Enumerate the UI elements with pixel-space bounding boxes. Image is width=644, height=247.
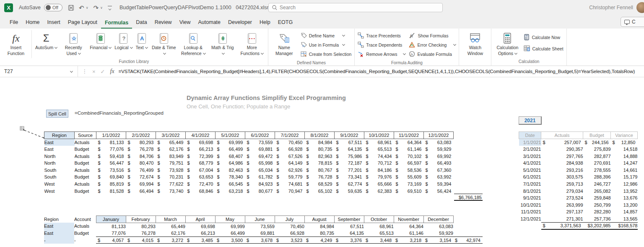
value-cell[interactable]: 65,449 xyxy=(156,223,185,230)
value-cell[interactable]: $84,706 xyxy=(126,152,156,160)
error-checking-button[interactable]: Error Checking xyxy=(409,41,456,49)
value-cell[interactable]: $80,767 xyxy=(305,166,335,173)
trace-precedents-button[interactable]: Trace Precedents xyxy=(358,32,405,39)
search-input[interactable]: Search xyxy=(268,3,443,12)
value-cell[interactable]: $66,928 xyxy=(275,146,305,153)
undo-icon[interactable]: ↶ xyxy=(79,5,84,11)
tab-formulas[interactable]: Formulas xyxy=(101,17,132,29)
value-cell[interactable]: $62,383 xyxy=(364,187,394,194)
account-cell[interactable]: Actuals xyxy=(74,223,96,230)
budget-cell[interactable]: 278,555 xyxy=(583,166,611,173)
name-manager-button[interactable]: Name Manager xyxy=(270,30,299,60)
value-cell[interactable]: $73,740 xyxy=(156,187,186,194)
column-header[interactable]: Region xyxy=(44,216,74,223)
region-cell[interactable]: North xyxy=(44,152,75,160)
value-cell[interactable]: 68,961 xyxy=(364,223,394,230)
tab-page-layout[interactable]: Page Layout xyxy=(64,17,101,29)
value-cell[interactable]: $61,146 xyxy=(394,146,424,153)
region-cell[interactable]: West xyxy=(44,187,75,194)
date-cell[interactable]: 1/1/2021 xyxy=(519,139,541,146)
value-cell[interactable]: $84,186 xyxy=(364,166,394,173)
region-cell[interactable]: East xyxy=(44,230,74,237)
save-icon[interactable] xyxy=(68,5,74,11)
total-cell[interactable]: $3,485 xyxy=(185,236,215,244)
value-cell[interactable]: $80,735 xyxy=(305,146,335,153)
total-cell[interactable]: $3,500 xyxy=(215,236,245,244)
avatar[interactable] xyxy=(636,2,644,13)
watch-window-button[interactable]: Watch Window xyxy=(460,30,490,63)
autosum-button[interactable]: Σ AutoSum xyxy=(34,30,59,58)
value-cell[interactable]: $83,949 xyxy=(156,152,186,160)
value-cell[interactable]: $63,653 xyxy=(186,173,216,181)
value-cell[interactable]: $66,597 xyxy=(394,160,424,167)
name-box-chevron-icon[interactable] xyxy=(70,69,73,72)
value-cell[interactable]: $70,102 xyxy=(394,152,424,160)
column-header[interactable]: Date xyxy=(519,132,541,139)
value-cell[interactable]: $72,674 xyxy=(126,173,156,181)
value-cell[interactable]: 63,083 xyxy=(423,223,453,230)
value-cell[interactable]: $62,926 xyxy=(275,166,305,173)
value-cell[interactable]: $68,779 xyxy=(186,160,216,167)
tab-file[interactable]: File xyxy=(6,17,22,29)
date-time-button[interactable]: Date & Time xyxy=(149,30,179,58)
account-cell[interactable]: - xyxy=(74,236,96,244)
column-header[interactable]: 10/1/2022 xyxy=(364,132,394,139)
value-cell[interactable]: $81,528 xyxy=(96,187,126,194)
value-cell[interactable]: $72,470 xyxy=(186,181,216,188)
variance-cell[interactable]: 14,857 xyxy=(611,208,638,215)
budget-cell[interactable]: 265,082 xyxy=(583,187,611,194)
column-header[interactable]: 6/1/2022 xyxy=(245,132,275,139)
value-cell[interactable]: $69,881 xyxy=(245,146,275,153)
column-header[interactable]: June xyxy=(245,216,275,223)
value-cell[interactable]: $61,782 xyxy=(245,173,275,181)
value-cell[interactable]: $85,819 xyxy=(96,181,126,188)
value-cell[interactable]: $59,418 xyxy=(96,152,126,160)
value-cell[interactable]: $73,169 xyxy=(394,181,424,188)
use-in-formula-button[interactable]: fx Use in Formula xyxy=(301,41,352,49)
value-cell[interactable]: $68,407 xyxy=(216,152,245,160)
tab-home[interactable]: Home xyxy=(22,17,43,29)
value-cell[interactable]: $65,666 xyxy=(364,181,394,188)
value-cell[interactable]: $64,364 xyxy=(394,139,424,146)
empty-cell[interactable] xyxy=(453,223,483,230)
insert-function-fx-icon[interactable]: fx xyxy=(110,68,114,75)
value-cell[interactable]: $80,293 xyxy=(126,139,156,146)
column-header[interactable]: 8/1/2022 xyxy=(305,132,335,139)
column-header[interactable]: 11/1/2022 xyxy=(394,132,424,139)
value-cell[interactable]: 69,881 xyxy=(245,230,275,237)
account-area[interactable]: Christopher Fennell xyxy=(589,0,637,15)
column-header[interactable]: November xyxy=(394,216,423,223)
variance-cell[interactable]: 13,952 xyxy=(611,187,638,194)
date-cell[interactable]: 9/1/2021 xyxy=(519,194,541,202)
value-cell[interactable]: $70,450 xyxy=(275,139,305,146)
value-cell[interactable]: $69,992 xyxy=(424,152,454,160)
value-cell[interactable]: $65,102 xyxy=(305,187,335,194)
spill-cell-formula[interactable]: =CombinedFinancials_ReportingGrouped xyxy=(75,110,164,116)
source-cell[interactable]: Budget xyxy=(75,146,96,153)
value-cell[interactable]: 81,133 xyxy=(96,223,126,230)
formula-bar-grip-icon[interactable]: ⋮ xyxy=(82,68,87,74)
value-cell[interactable]: $67,004 xyxy=(186,166,216,173)
region-cell[interactable]: - xyxy=(44,236,74,244)
budget-cell[interactable]: 282,877 xyxy=(583,152,611,160)
column-header[interactable]: Variance xyxy=(611,132,638,139)
value-cell[interactable]: 66,928 xyxy=(275,230,304,237)
value-cell[interactable]: $62,774 xyxy=(335,181,364,188)
column-header[interactable]: April xyxy=(185,216,215,223)
variance-cell[interactable]: 14,661 xyxy=(611,166,638,173)
trace-dependents-button[interactable]: Trace Dependents xyxy=(358,41,405,49)
variance-cell[interactable]: 12,986 xyxy=(611,181,638,188)
budget-cell[interactable]: 282,280 xyxy=(583,208,611,215)
total-cell[interactable]: $3,218 xyxy=(394,236,423,244)
value-cell[interactable]: 64,364 xyxy=(394,223,423,230)
show-formulas-button[interactable]: fx Show Formulas xyxy=(409,32,456,39)
actuals-cell[interactable]: 293,216 xyxy=(541,166,583,173)
value-cell[interactable]: $82,963 xyxy=(305,152,335,160)
source-cell[interactable]: Actuals xyxy=(75,139,96,146)
create-from-selection-button[interactable]: Create from Selection xyxy=(301,50,352,58)
value-cell[interactable]: $73,928 xyxy=(156,166,186,173)
total-cell[interactable]: $4,057 xyxy=(96,236,126,244)
column-header[interactable]: December xyxy=(423,216,453,223)
annual-total-cell[interactable]: $42,974 xyxy=(453,236,483,244)
value-cell[interactable]: 61,146 xyxy=(394,230,423,237)
